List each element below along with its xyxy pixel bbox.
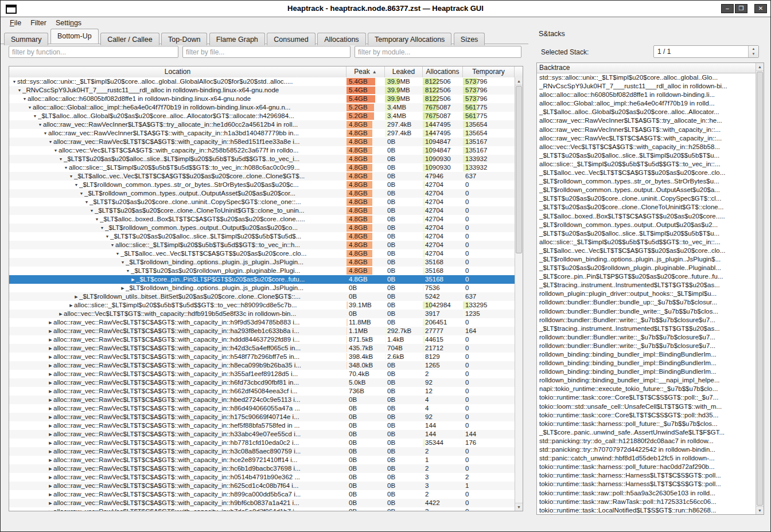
table-row[interactable]: ▼alloc::slice::_$LT$impl$u20$$u5b$T$u5d$… <box>9 163 515 172</box>
maximize-button[interactable]: ❐ <box>735 4 747 13</box>
table-row[interactable]: ▶_$LT$rolldown_binding..options..plugin.… <box>9 284 515 292</box>
backtrace-frame[interactable]: _$LT$alloc..alloc..Global$u20$as$u20$cor… <box>537 108 756 116</box>
backtrace-frame[interactable]: _$LT$rolldown_common..types..str_or_byte… <box>537 177 756 186</box>
backtrace-frame[interactable]: alloc::raw_vec::RawVecInner$LT$A$GT$::wi… <box>537 126 756 134</box>
filter-function-input[interactable] <box>9 46 178 58</box>
table-row[interactable]: ▶alloc::raw_vec::RawVec$LT$T$C$A$GT$::wi… <box>9 456 515 464</box>
backtrace-frame[interactable]: _RNvCscSpY9Juk0HT_7___rustc11___rdl_allo… <box>537 82 756 91</box>
table-row[interactable]: ▼_$LT$alloc..vec..Vec$LT$T$C$A$GT$$u20$a… <box>9 249 515 258</box>
table-row[interactable]: ▼_$LT$alloc..vec..Vec$LT$T$C$A$GT$$u20$a… <box>9 172 515 181</box>
backtrace-frame[interactable]: _$LT$alloc..vec..Vec$LT$T$C$A$GT$$u20$as… <box>537 169 756 177</box>
expand-icon[interactable]: ▶ <box>48 344 53 353</box>
table-row[interactable]: ▼_$LT$rolldown_common..types..output..Ou… <box>9 189 515 198</box>
backtrace-frame[interactable]: rolldown::bundler::Bundler::write::_$u7b… <box>537 333 756 342</box>
backtrace-frame[interactable]: std::sys::alloc::unix::_$LT$impl$u20$cor… <box>537 73 756 82</box>
collapse-icon[interactable]: ▼ <box>73 181 79 189</box>
backtrace-frame[interactable]: _$LT$tracing..instrument..Instrumented$L… <box>537 324 756 333</box>
backtrace-frame[interactable]: tokio::runtime::task::harness::Harness$L… <box>537 480 756 488</box>
table-row[interactable]: ▶alloc::raw_vec::RawVec$LT$T$C$A$GT$::wi… <box>9 387 515 396</box>
table-row[interactable]: ▶alloc::raw_vec::RawVec$LT$T$C$A$GT$::wi… <box>9 482 515 490</box>
table-row[interactable]: ▼alloc::alloc::Global::alloc_impl::he6a4… <box>9 103 515 112</box>
backtrace-header[interactable]: Backtrace <box>537 63 756 73</box>
table-row[interactable]: ▼_$LT$T$u20$as$u20$rolldown_plugin..plug… <box>9 267 515 275</box>
table-row[interactable]: ▼_$LT$alloc..boxed..Box$LT$T$C$A$GT$$u20… <box>9 215 515 224</box>
scroll-up-icon[interactable]: ▲ <box>756 63 764 71</box>
table-row[interactable]: ▼_$LT$T$u20$as$u20$alloc..slice..$LT$imp… <box>9 155 515 163</box>
expand-icon[interactable]: ▶ <box>68 301 74 310</box>
menu-item-file[interactable]: File <box>5 18 26 28</box>
tab-top-down[interactable]: Top-Down <box>161 33 207 45</box>
table-row[interactable]: ▼_$LT$T$u20$as$u20$alloc..slice..$LT$imp… <box>9 232 515 241</box>
collapse-icon[interactable]: ▼ <box>94 215 100 224</box>
backtrace-frame[interactable]: rolldown::bundler::Bundler::write::_$u7b… <box>537 316 756 324</box>
backtrace-frame[interactable]: rolldown_binding::binding_bundler_impl::… <box>537 350 756 359</box>
backtrace-frame[interactable]: std::panicking::try::do_call::h121880f2d… <box>537 437 756 445</box>
collapse-icon[interactable]: ▼ <box>63 163 69 172</box>
filter-module-input[interactable] <box>355 46 521 58</box>
collapse-icon[interactable]: ▼ <box>53 146 59 155</box>
table-row[interactable]: ▼_$LT$T$u20$as$u20$core..clone..uninit..… <box>9 198 515 206</box>
expand-icon[interactable]: ▶ <box>48 507 53 511</box>
table-row[interactable]: ▼_RNvCscSpY9Juk0HT_7___rustc11___rdl_all… <box>9 86 515 95</box>
backtrace-frame[interactable]: rolldown::bundler::Bundler::write::_$u7b… <box>537 342 756 350</box>
tree-scrollbar[interactable]: ▲ ▼ <box>515 77 523 511</box>
backtrace-frame[interactable]: alloc::slice::_$LT$impl$u20$$u5b$T$u5d$$… <box>537 160 756 169</box>
table-row[interactable]: ▼alloc::vec::Vec$LT$T$C$A$GT$::with_capa… <box>9 146 515 155</box>
expand-icon[interactable]: ▶ <box>130 275 136 284</box>
backtrace-frame[interactable]: rolldown_binding::binding_bundler_impl::… <box>537 376 756 385</box>
scroll-down-icon[interactable]: ▼ <box>756 506 764 514</box>
table-row[interactable]: ▶alloc::raw_vec::RawVec$LT$T$C$A$GT$::wi… <box>9 344 515 353</box>
expand-icon[interactable]: ▶ <box>48 404 53 413</box>
collapse-icon[interactable]: ▼ <box>125 267 131 275</box>
spin-down-icon[interactable]: ▼ <box>749 52 758 57</box>
collapse-icon[interactable]: ▼ <box>37 120 43 129</box>
expand-icon[interactable]: ▶ <box>48 464 53 473</box>
table-row[interactable]: ▶alloc::raw_vec::RawVec$LT$T$C$A$GT$::wi… <box>9 404 515 413</box>
backtrace-frame[interactable]: rolldown_binding::binding_bundler_impl::… <box>537 367 756 376</box>
collapse-icon[interactable]: ▼ <box>120 258 126 267</box>
column-header-location[interactable]: Location <box>9 66 346 77</box>
table-row[interactable]: ▼_$LT$T$u20$as$u20$core..clone..CloneToU… <box>9 206 515 215</box>
backtrace-frame[interactable]: tokio::runtime::task::raw::RawTask::poll… <box>537 498 756 506</box>
expand-icon[interactable]: ▶ <box>48 430 53 439</box>
expand-icon[interactable]: ▶ <box>120 284 126 292</box>
tab-consumed[interactable]: Consumed <box>267 33 315 45</box>
backtrace-frame[interactable]: tokio::runtime::task::LocalNotified$LT$S… <box>537 506 756 514</box>
table-row[interactable]: ▶alloc::raw_vec::RawVec$LT$T$C$A$GT$::wi… <box>9 413 515 421</box>
table-row[interactable]: ▶alloc::vec::Vec$LT$T$GT$::with_capacity… <box>9 310 515 318</box>
collapse-icon[interactable]: ▼ <box>17 86 22 95</box>
expand-icon[interactable]: ▶ <box>48 353 53 361</box>
table-row[interactable]: ▶alloc::raw_vec::RawVec$LT$T$C$A$GT$::wi… <box>9 370 515 378</box>
expand-icon[interactable]: ▶ <box>48 361 53 370</box>
backtrace-frame[interactable]: _$LT$T$u20$as$u20$alloc..slice..$LT$impl… <box>537 151 756 160</box>
collapse-icon[interactable]: ▼ <box>22 95 28 103</box>
table-row[interactable]: ▶alloc::raw_vec::RawVec$LT$T$C$A$GT$::wi… <box>9 335 515 344</box>
table-row[interactable]: ▶alloc::raw_vec::RawVec$LT$T$C$A$GT$::wi… <box>9 353 515 361</box>
table-row[interactable]: ▼alloc::raw_vec::RawVec$LT$T$C$A$GT$::wi… <box>9 138 515 146</box>
table-row[interactable]: ▶alloc::raw_vec::RawVec$LT$T$C$A$GT$::wi… <box>9 507 515 511</box>
collapse-icon[interactable]: ▼ <box>89 206 95 215</box>
collapse-icon[interactable]: ▼ <box>115 249 120 258</box>
collapse-icon[interactable]: ▼ <box>84 198 89 206</box>
table-row[interactable]: ▶alloc::raw_vec::RawVec$LT$T$C$A$GT$::wi… <box>9 439 515 447</box>
menu-item-settings[interactable]: Settings <box>51 18 86 28</box>
backtrace-frame[interactable]: _$LT$T$u20$as$u20$core..clone..uninit..C… <box>537 194 756 203</box>
backtrace-frame[interactable]: napi::tokio_runtime::execute_tokio_futur… <box>537 385 756 393</box>
filter-file-input[interactable] <box>182 46 351 58</box>
backtrace-frame[interactable]: _$LT$core..panic..unwind_safe..AssertUnw… <box>537 428 756 437</box>
collapse-icon[interactable]: ▼ <box>68 172 74 181</box>
minimize-button[interactable]: – <box>721 4 734 13</box>
tab-summary[interactable]: Summary <box>4 33 48 45</box>
backtrace-scrollbar-thumb[interactable] <box>757 72 763 506</box>
expand-icon[interactable]: ▶ <box>48 318 53 327</box>
backtrace-frame[interactable]: tokio::runtime::task::raw::poll::h5aa9a3… <box>537 489 756 498</box>
expand-icon[interactable]: ▶ <box>48 378 53 387</box>
stack-index-spinbox[interactable]: 1 / 1 ▲ ▼ <box>653 45 759 58</box>
table-row[interactable]: ▶_$LT$rolldown_utils..bitset..BitSet$u20… <box>9 292 515 301</box>
expand-icon[interactable]: ▶ <box>48 387 53 396</box>
expand-icon[interactable]: ▶ <box>48 413 53 421</box>
expand-icon[interactable]: ▶ <box>48 490 53 499</box>
expand-icon[interactable]: ▶ <box>48 456 53 464</box>
backtrace-frame[interactable]: _$LT$alloc..boxed..Box$LT$T$C$A$GT$$u20$… <box>537 212 756 221</box>
backtrace-frame[interactable]: alloc::raw_vec::RawVecInner$LT$A$GT$::tr… <box>537 116 756 125</box>
